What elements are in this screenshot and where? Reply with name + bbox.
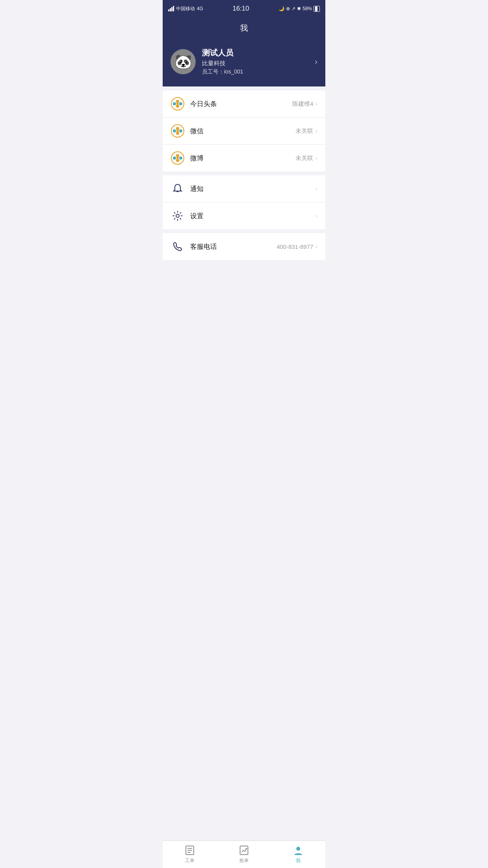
toutiao-arrow-icon: ›: [316, 101, 317, 107]
svg-point-2: [176, 105, 179, 108]
status-left: 中国移动 4G: [168, 6, 203, 12]
svg-point-5: [176, 103, 179, 105]
menu-item-notification[interactable]: 通知 ›: [163, 175, 325, 202]
svg-point-7: [176, 127, 179, 130]
bluetooth-icon: ✱: [297, 6, 301, 11]
signal-bars-icon: [168, 6, 174, 11]
location-icon: ↗: [292, 6, 295, 11]
weixin-arrow-icon: ›: [316, 128, 317, 134]
contact-section: 客服电话 400-831-8977 ›: [163, 233, 325, 260]
user-employee-id: 员工号：ios_001: [202, 68, 308, 75]
weixin-icon: [171, 124, 185, 138]
svg-point-16: [179, 156, 182, 160]
menu-item-weibo[interactable]: 微博 未关联 ›: [163, 145, 325, 171]
lock-icon: ⊕: [286, 6, 290, 11]
svg-point-1: [176, 100, 179, 103]
page-title: 我: [240, 24, 248, 32]
empty-space: [163, 260, 325, 338]
settings-label: 设置: [190, 211, 316, 221]
weixin-value: 未关联: [295, 127, 313, 135]
notification-icon: [171, 182, 185, 196]
svg-point-13: [176, 154, 179, 157]
svg-point-9: [173, 129, 176, 132]
svg-point-3: [173, 102, 176, 105]
phone-icon: [171, 239, 185, 254]
social-accounts-section: 今日头条 陈建维4 › 微信 未关联 ›: [163, 90, 325, 171]
user-profile[interactable]: 🐼 测试人员 比量科技 员工号：ios_001 ›: [163, 41, 325, 86]
contact-label: 客服电话: [190, 242, 277, 251]
weibo-value: 未关联: [295, 154, 313, 162]
menu-item-settings[interactable]: 设置 ›: [163, 202, 325, 229]
svg-point-11: [176, 130, 179, 132]
avatar: 🐼: [171, 49, 196, 74]
svg-point-10: [179, 129, 182, 132]
weibo-icon: [171, 151, 185, 165]
user-name: 测试人员: [202, 48, 308, 58]
section-gap-2: [163, 171, 325, 175]
svg-point-14: [176, 159, 179, 162]
battery-icon: ▊: [314, 6, 320, 12]
carrier-label: 中国移动: [176, 6, 195, 12]
system-menu-section: 通知 › 设置 ›: [163, 175, 325, 229]
svg-point-18: [176, 214, 179, 217]
status-time: 16:10: [233, 5, 250, 13]
notification-arrow-icon: ›: [316, 186, 317, 192]
user-info: 测试人员 比量科技 员工号：ios_001: [202, 48, 308, 75]
toutiao-icon: [171, 97, 185, 111]
battery-label: 58%: [303, 6, 312, 11]
notification-label: 通知: [190, 184, 316, 193]
contact-arrow-icon: ›: [316, 243, 317, 250]
settings-arrow-icon: ›: [316, 213, 317, 219]
status-bar: 中国移动 4G 16:10 🌙 ⊕ ↗ ✱ 58% ▊: [163, 0, 325, 17]
menu-item-weixin[interactable]: 微信 未关联 ›: [163, 118, 325, 145]
page-header: 我: [163, 17, 325, 41]
moon-icon: 🌙: [279, 6, 284, 11]
section-gap-1: [163, 86, 325, 90]
weibo-arrow-icon: ›: [316, 155, 317, 161]
weibo-label: 微博: [190, 154, 295, 163]
profile-arrow-icon: ›: [315, 57, 317, 66]
svg-point-15: [173, 156, 176, 160]
network-label: 4G: [197, 6, 203, 11]
menu-item-contact[interactable]: 客服电话 400-831-8977 ›: [163, 233, 325, 260]
status-right: 🌙 ⊕ ↗ ✱ 58% ▊: [279, 6, 320, 12]
toutiao-label: 今日头条: [190, 99, 292, 108]
settings-icon: [171, 209, 185, 223]
svg-point-4: [179, 102, 182, 105]
menu-item-toutiao[interactable]: 今日头条 陈建维4 ›: [163, 90, 325, 118]
contact-phone: 400-831-8977: [277, 243, 313, 250]
svg-point-17: [176, 157, 179, 159]
toutiao-value: 陈建维4: [292, 100, 313, 108]
svg-point-8: [176, 132, 179, 135]
section-gap-3: [163, 229, 325, 233]
weixin-label: 微信: [190, 127, 295, 136]
user-company: 比量科技: [202, 60, 308, 67]
